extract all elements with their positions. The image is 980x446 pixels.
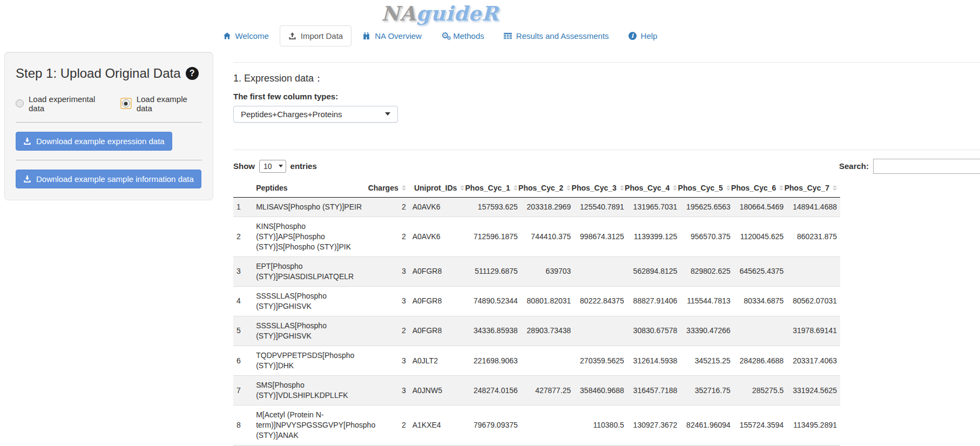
radio-focus-ring [120, 98, 132, 109]
sort-icon[interactable] [833, 185, 837, 191]
page-length-control: Show 10 entries [233, 160, 317, 173]
column-types-label: The first few column types: [233, 92, 980, 101]
phos-cyc-3-cell: 358460.9688 [574, 376, 627, 406]
column-header-phos_cyc_7[interactable]: Phos_Cyc_7 [787, 179, 840, 198]
sort-icon[interactable] [620, 185, 624, 191]
content: Step 1: Upload Original Data ? Load expe… [0, 52, 980, 446]
table-row: 6TQDPVPPETPSDS[Phospho (STY)]DHK3A0JLT22… [233, 346, 840, 376]
table-body: 1MLISAVS[Phospho (STY)]PEIR2A0AVK6157593… [233, 197, 840, 445]
phos-cyc-6-cell: 80334.6875 [734, 286, 787, 316]
column-header-label: Phos_Cyc_2 [518, 184, 563, 192]
radio-selected-icon[interactable] [122, 99, 130, 107]
download-icon [23, 137, 31, 145]
phos-cyc-3-cell [574, 316, 627, 346]
tab-results-and-assessments[interactable]: Results and Assessments [495, 25, 618, 46]
phos-cyc-1-cell: 34336.85938 [468, 316, 521, 346]
charge-cell: 2 [375, 406, 409, 445]
sort-icon[interactable] [402, 185, 406, 191]
column-header-phos_cyc_3[interactable]: Phos_Cyc_3 [574, 179, 627, 198]
phos-cyc-5-cell: 956570.375 [680, 217, 734, 256]
charge-cell: 3 [375, 346, 409, 376]
search-input[interactable] [873, 159, 980, 174]
column-header-label: Charges [368, 184, 398, 192]
uniprot-id-cell: A0FGR8 [409, 286, 468, 316]
page-length-select[interactable]: 10 [259, 160, 286, 173]
button-label: Download example expression data [36, 137, 165, 146]
column-header-label: Phos_Cyc_5 [678, 184, 723, 192]
column-header-phos_cyc_6[interactable]: Phos_Cyc_6 [734, 179, 787, 198]
gears-icon: ⚙⚙ [441, 31, 449, 40]
phos-cyc-3-cell [574, 256, 627, 286]
sort-icon[interactable] [460, 185, 464, 191]
download-icon [23, 175, 31, 183]
column-header-phos_cyc_1[interactable]: Phos_Cyc_1 [468, 179, 521, 198]
column-header-uniprot_ids[interactable]: Uniprot_IDs [409, 179, 468, 198]
phos-cyc-2-cell: 744410.375 [521, 217, 575, 256]
phos-cyc-6-cell [734, 316, 787, 346]
sort-icon[interactable] [513, 185, 518, 191]
tab-methods[interactable]: ⚙⚙Methods [432, 25, 493, 46]
phos-cyc-5-cell: 345215.25 [680, 346, 734, 376]
logo-guider: guideR [416, 2, 499, 25]
column-header-phos_cyc_4[interactable]: Phos_Cyc_4 [627, 179, 681, 198]
column-types-select[interactable]: Peptides+Charges+Proteins [233, 106, 398, 123]
table-row: 4SSSSLLAS[Phospho (STY)]PGHISVK3A0FGR874… [233, 286, 840, 316]
peptide-cell: SMS[Phospho (STY)]VDLSHIPLKDPLLFK [253, 376, 375, 406]
table-header-row: PeptidesChargesUniprot_IDsPhos_Cyc_1Phos… [233, 179, 840, 198]
phos-cyc-5-cell: 829802.625 [680, 256, 734, 286]
column-header-label: Phos_Cyc_7 [785, 184, 829, 192]
phos-cyc-5-cell: 195625.6563 [680, 197, 734, 217]
charge-cell: 2 [375, 197, 409, 217]
tab-import-data[interactable]: Import Data [280, 25, 352, 46]
phos-cyc-4-cell: 131965.7031 [627, 197, 681, 217]
sort-icon[interactable] [673, 185, 677, 191]
row-index-cell: 2 [233, 217, 253, 256]
sort-icon[interactable] [779, 185, 783, 191]
phos-cyc-4-cell: 88827.91406 [627, 286, 681, 316]
phos-cyc-7-cell [787, 256, 840, 286]
row-index-cell: 3 [233, 256, 253, 286]
uniprot-id-cell: A0FGR8 [409, 256, 468, 286]
sort-icon[interactable] [726, 185, 731, 191]
column-header-phos_cyc_5[interactable]: Phos_Cyc_5 [680, 179, 734, 198]
column-header-charges[interactable]: Charges [375, 179, 409, 198]
row-index-cell: 5 [233, 316, 253, 346]
tab-welcome[interactable]: Welcome [214, 25, 278, 46]
column-header-label: Peptides [256, 184, 287, 192]
table-row: 2KINS[Phospho (STY)]APS[Phospho (STY)]S[… [233, 217, 840, 256]
tab-label: Welcome [235, 31, 269, 40]
radio-load-example-data[interactable]: Load example data [120, 94, 202, 113]
expression-data-table: PeptidesChargesUniprot_IDsPhos_Cyc_1Phos… [233, 179, 840, 446]
tab-help[interactable]: iHelp [620, 25, 666, 46]
search-control: Search: [839, 159, 980, 174]
phos-cyc-6-cell: 285275.5 [734, 376, 787, 406]
sort-icon[interactable] [566, 185, 571, 191]
column-header-phos_cyc_2[interactable]: Phos_Cyc_2 [521, 179, 575, 198]
radio-load-experimental-data[interactable]: Load experimental data [16, 94, 110, 113]
phos-cyc-1-cell: 712596.1875 [468, 217, 521, 256]
download-sample-information-button[interactable]: Download example sample information data [16, 170, 201, 188]
tab-label: Results and Assessments [516, 31, 609, 40]
download-expression-data-button[interactable]: Download example expression data [16, 132, 172, 151]
column-header-peptides[interactable]: Peptides [253, 179, 375, 198]
column-header-label: Phos_Cyc_3 [572, 184, 617, 192]
phos-cyc-4-cell: 1139399.125 [627, 217, 681, 256]
column-header-label: Uniprot_IDs [414, 184, 457, 192]
phos-cyc-3-cell: 80222.84375 [574, 286, 627, 316]
charge-cell: 3 [375, 376, 409, 406]
row-index-cell: 6 [233, 346, 253, 376]
phos-cyc-6-cell: 645625.4375 [734, 256, 787, 286]
radio-label: Load experimental data [29, 94, 110, 113]
peptide-cell: EPT[Phospho (STY)]PSIASDISLPIATQELR [253, 256, 375, 286]
phos-cyc-2-cell [521, 406, 575, 445]
uniprot-id-cell: A0AVK6 [409, 197, 468, 217]
tab-na-overview[interactable]: NA Overview [354, 25, 430, 46]
question-circle-icon[interactable]: ? [186, 67, 199, 80]
phos-cyc-2-cell: 427877.25 [521, 376, 575, 406]
import-data-panel: 1. Expression data： The first few column… [233, 52, 980, 446]
phos-cyc-4-cell: 130927.3672 [627, 406, 681, 445]
tab-label: Help [641, 31, 658, 40]
data-source-radio-group: Load experimental data Load example data [16, 94, 202, 113]
radio-unselected-icon[interactable] [16, 99, 24, 107]
expression-data-title: 1. Expression data： [233, 72, 980, 85]
